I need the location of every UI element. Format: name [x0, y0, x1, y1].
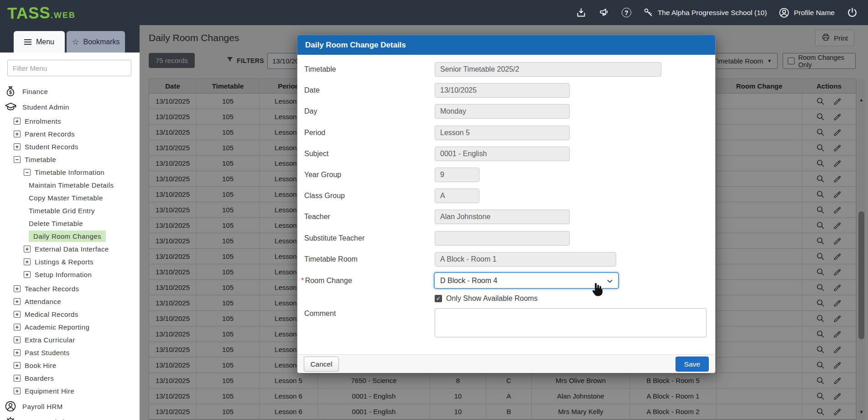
sidebar-item-maintain-timetable-details[interactable]: Maintain Timetable Details	[0, 178, 140, 191]
sidebar-item-label: Book Hire	[25, 362, 56, 369]
hamburger-icon	[24, 42, 31, 42]
sidebar-item-label: Attendance	[25, 298, 61, 305]
sidebar-item-label: Listings & Reports	[35, 258, 94, 266]
app-root: TASS .WEB ? The Alpha Progressive School…	[0, 0, 868, 420]
sidebar-item-label: Setup Information	[35, 271, 92, 278]
comment-textarea[interactable]	[435, 308, 707, 337]
only-show-available-rooms-checkbox[interactable]: ✓ Only Show Available Rooms	[435, 294, 538, 303]
sidebar-item-label: Timetable Information	[35, 168, 104, 176]
logout-power-icon[interactable]	[847, 7, 858, 18]
sidebar-item-setup-information[interactable]: +Setup Information	[0, 268, 140, 281]
sidebar-item-medical-records[interactable]: +Medical Records	[0, 308, 140, 320]
sidebar-item-equipment-hire[interactable]: +Equipment Hire	[0, 384, 140, 397]
field-label-class-group: Class Group	[304, 189, 345, 203]
gear-icon	[5, 416, 17, 420]
expand-icon[interactable]: +	[14, 324, 21, 331]
sidebar-item-label: Finance	[22, 88, 48, 95]
expand-icon[interactable]: +	[14, 362, 21, 369]
tab-bookmarks[interactable]: ☆ Bookmarks	[67, 31, 125, 52]
sidebar-item-label: Copy Master Timetable	[29, 194, 103, 202]
announcements-icon[interactable]	[598, 7, 610, 18]
field-label-subject: Subject	[304, 147, 328, 161]
sidebar-item-book-hire[interactable]: +Book Hire	[0, 359, 140, 372]
field-timetable-room-input: A Block - Room 1	[435, 252, 616, 267]
sidebar-item-external-data-interface[interactable]: +External Data Interface	[0, 242, 140, 255]
sidebar-item-label: Equipment Hire	[25, 387, 74, 395]
expand-icon[interactable]: +	[14, 143, 21, 150]
school-selector[interactable]: The Alpha Progressive School (10)	[643, 7, 767, 18]
expand-icon[interactable]: +	[24, 271, 31, 278]
sidebar-item-daily-room-changes[interactable]: Daily Room Changes	[0, 230, 140, 242]
tass-web-logo[interactable]: TASS .WEB	[7, 3, 76, 22]
sidebar-item-past-students[interactable]: +Past Students	[0, 346, 140, 359]
expand-icon[interactable]: +	[14, 336, 21, 343]
sidebar-item-teacher-records[interactable]: +Teacher Records	[0, 282, 140, 295]
sidebar: Menu ☆ Bookmarks $FinanceStudent Admin+E…	[0, 25, 140, 420]
svg-text:$: $	[9, 90, 12, 95]
sidebar-item-copy-master-timetable[interactable]: Copy Master Timetable	[0, 191, 140, 204]
sidebar-item-label: Past Students	[25, 349, 70, 357]
sidebar-item-delete-timetable[interactable]: Delete Timetable	[0, 217, 140, 230]
grad-cap-icon	[5, 101, 17, 113]
expand-icon[interactable]: +	[24, 246, 31, 252]
help-icon[interactable]: ?	[622, 8, 631, 17]
collapse-icon[interactable]: −	[24, 169, 31, 176]
tab-menu[interactable]: Menu	[14, 31, 65, 52]
logo-text-suffix: .WEB	[51, 10, 76, 20]
expand-icon[interactable]: +	[14, 375, 21, 382]
sidebar-item-academic-reporting[interactable]: +Academic Reporting	[0, 320, 140, 333]
top-bar: TASS .WEB ? The Alpha Progressive School…	[0, 0, 868, 25]
sidebar-item-listings-reports[interactable]: +Listings & Reports	[0, 255, 140, 268]
cancel-button[interactable]: Cancel	[304, 357, 339, 372]
sidebar-item-label: Daily Room Changes	[29, 231, 106, 242]
collapse-icon[interactable]: −	[14, 156, 21, 163]
save-button[interactable]: Save	[676, 357, 709, 372]
field-label-timetable: Timetable	[304, 62, 336, 77]
sidebar-item-label: External Data Interface	[35, 245, 109, 253]
expand-icon[interactable]: +	[14, 118, 21, 125]
profile-menu[interactable]: Profile Name	[779, 7, 835, 18]
expand-icon[interactable]: +	[14, 349, 21, 356]
sidebar-item-boarders[interactable]: +Boarders	[0, 372, 140, 384]
expand-icon[interactable]: +	[14, 131, 21, 137]
field-subject-input: 0001 - English	[435, 147, 570, 161]
sidebar-item-system-admin[interactable]: System Admin	[0, 414, 140, 420]
sidebar-item-attendance[interactable]: +Attendance	[0, 295, 140, 308]
sidebar-item-timetable-grid-entry[interactable]: Timetable Grid Entry	[0, 204, 140, 217]
download-icon[interactable]	[576, 7, 587, 18]
sidebar-item-label: Parent Records	[25, 130, 75, 138]
sidebar-item-student-admin[interactable]: Student Admin	[0, 99, 140, 115]
sidebar-panel: $FinanceStudent Admin+Enrolments+Parent …	[0, 52, 140, 420]
modal-title: Daily Room Change Details	[305, 41, 406, 50]
room-change-select[interactable]: D Block - Room 4	[434, 272, 619, 289]
sidebar-item-payroll-hrm[interactable]: Payroll HRM	[0, 399, 140, 414]
field-label-year-group: Year Group	[304, 168, 341, 182]
sidebar-item-parent-records[interactable]: +Parent Records	[0, 127, 140, 140]
sidebar-item-timetable[interactable]: −Timetable	[0, 153, 140, 166]
expand-icon[interactable]: +	[24, 258, 31, 265]
expand-icon[interactable]: +	[14, 388, 21, 394]
tab-menu-label: Menu	[36, 38, 54, 46]
comment-label: Comment	[304, 310, 336, 318]
field-teacher-input: Alan Johnstone	[435, 210, 570, 224]
sidebar-item-timetable-information[interactable]: −Timetable Information	[0, 166, 140, 178]
field-label-period: Period	[304, 126, 325, 140]
field-timetable-input: Senior Timetable 2025/2	[435, 62, 661, 77]
expand-icon[interactable]: +	[14, 311, 21, 318]
sidebar-item-label: Enrolments	[25, 117, 61, 125]
sidebar-item-label: Extra Curricular	[25, 336, 75, 344]
expand-icon[interactable]: +	[14, 298, 21, 305]
sidebar-item-enrolments[interactable]: +Enrolments	[0, 115, 140, 127]
sidebar-tree: $FinanceStudent Admin+Enrolments+Parent …	[0, 84, 140, 420]
filter-menu-input[interactable]	[7, 60, 131, 76]
room-change-selected-value: D Block - Room 4	[440, 277, 497, 285]
sidebar-item-extra-curricular[interactable]: +Extra Curricular	[0, 333, 140, 346]
sidebar-item-label: Student Admin	[22, 103, 69, 111]
sidebar-item-student-records[interactable]: +Student Records	[0, 140, 140, 153]
only-show-available-rooms-label: Only Show Available Rooms	[446, 294, 538, 303]
profile-name: Profile Name	[794, 9, 835, 17]
expand-icon[interactable]: +	[14, 285, 21, 292]
sidebar-item-finance[interactable]: $Finance	[0, 84, 140, 99]
profile-icon	[779, 7, 790, 18]
checkbox-checked-icon: ✓	[435, 295, 442, 302]
